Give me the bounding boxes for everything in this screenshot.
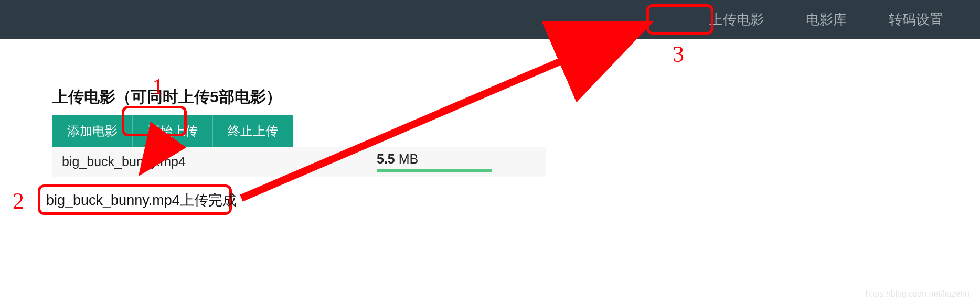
main-content: 上传电影（可同时上传5部电影） 添加电影 开始上传 终止上传 big_buck_… [0, 39, 546, 177]
page-title: 上传电影（可同时上传5部电影） [52, 86, 546, 108]
progress-bar [377, 169, 492, 172]
stop-upload-button[interactable]: 终止上传 [213, 115, 293, 147]
annotation-label-2: 2 [13, 188, 24, 214]
nav-upload-link[interactable]: 上传电影 [704, 7, 769, 32]
add-movie-button[interactable]: 添加电影 [52, 115, 133, 147]
file-size-value: 5.5 [377, 151, 395, 166]
nav-transcode-link[interactable]: 转码设置 [883, 7, 949, 32]
upload-button-group: 添加电影 开始上传 终止上传 [52, 115, 546, 147]
start-upload-button[interactable]: 开始上传 [133, 115, 213, 147]
upload-status-text: big_buck_bunny.mp4上传完成 [46, 191, 237, 210]
file-row: big_buck_bunny.mp4 5.5 MB [52, 147, 546, 177]
file-size: 5.5 MB [377, 151, 536, 167]
top-navbar: 上传电影 电影库 转码设置 [0, 0, 980, 39]
nav-library-link[interactable]: 电影库 [801, 7, 852, 32]
file-size-unit: MB [395, 151, 418, 166]
file-size-wrap: 5.5 MB [377, 151, 536, 172]
annotation-label-3: 3 [673, 41, 684, 68]
watermark: https://blog.csdn.net/liuzehn [866, 289, 970, 299]
file-name: big_buck_bunny.mp4 [62, 154, 377, 169]
